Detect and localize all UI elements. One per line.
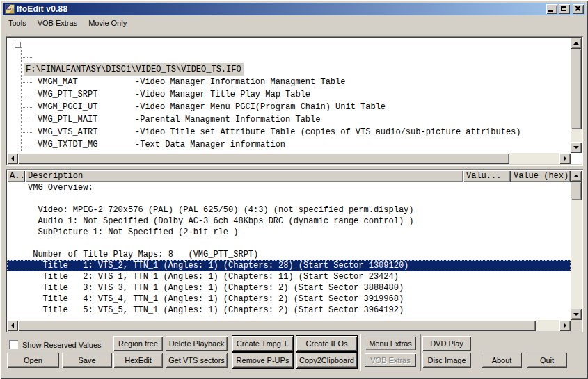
- quit-button[interactable]: Quit: [527, 353, 567, 368]
- create-tmpg-button[interactable]: Create Tmpg T.: [232, 336, 293, 351]
- arrow-up-icon: [573, 39, 579, 45]
- create-ifos-button[interactable]: Create IFOs: [296, 336, 357, 351]
- list-item[interactable]: Video: MPEG-2 720x576 (PAL) (PAL 625/50)…: [7, 204, 571, 216]
- dvd-play-button[interactable]: DVD Play: [422, 336, 471, 351]
- region-free-button[interactable]: Region free: [113, 336, 163, 351]
- list-body: VMG Overview: Video: MPEG-2 720x576 (PAL…: [7, 182, 571, 320]
- scroll-thumb[interactable]: [18, 153, 509, 164]
- show-reserved-values-checkbox[interactable]: [9, 340, 18, 349]
- minimize-button[interactable]: [546, 4, 557, 14]
- list-item[interactable]: Title 2: VTS_1, TTN_1 (Angles: 1) (Chapt…: [7, 271, 571, 282]
- arrow-right-icon: [564, 156, 569, 161]
- tree-vscrollbar[interactable]: [571, 38, 582, 153]
- tree-connector: [22, 132, 32, 133]
- tree-connector: [22, 70, 32, 70]
- list-item[interactable]: Number of Title Play Maps: 8 (VMG_PTT_SR…: [7, 249, 571, 260]
- remove-pups-button[interactable]: Remove P-UPs: [232, 353, 293, 368]
- tree-connector: [22, 82, 32, 83]
- arrow-down-icon: [573, 313, 579, 318]
- app-icon: IFO: [5, 4, 15, 14]
- list-item[interactable]: Title 4: VTS_4, TTN_1 (Angles: 1) (Chapt…: [7, 293, 571, 305]
- collapse-icon[interactable]: [15, 42, 21, 48]
- list-item[interactable]: Title 3: VTS_3, TTN_1 (Angles: 1) (Chapt…: [7, 282, 571, 293]
- tree-item[interactable]: VMGM_PGCI_UT-Video Manager Menu PGCI(Pro…: [7, 76, 571, 88]
- menu-bar: Tools VOB Extras Movie Only: [3, 16, 585, 29]
- get-vts-sectors-button[interactable]: Get VTS sectors: [166, 353, 228, 368]
- menu-extras-button[interactable]: Menu Extras: [365, 337, 416, 350]
- tree-item[interactable]: VMG_PTT_SRPT-Video Manager Title Play Ma…: [7, 63, 571, 76]
- maximize-icon: [561, 6, 566, 11]
- maximize-button[interactable]: [559, 4, 570, 14]
- scroll-down-button[interactable]: [571, 142, 582, 153]
- tree-connector: [22, 145, 32, 145]
- scroll-up-button[interactable]: [571, 38, 582, 49]
- arrow-left-icon: [8, 323, 14, 328]
- menu-vob-extras[interactable]: VOB Extras: [32, 17, 83, 29]
- about-button[interactable]: About: [482, 353, 522, 368]
- arrow-right-icon: [564, 323, 569, 328]
- ifo-tree-panel: F:\FINALFANTASY\DISC1\VIDEO_TS\VIDEO_TS.…: [6, 36, 583, 166]
- tree-item[interactable]: VMGM_C_ADT-VMGM Cell Address Table infor…: [7, 126, 571, 138]
- title-bar[interactable]: IFO IfoEdit v0.88: [3, 3, 585, 15]
- list-item[interactable]: Title 5: VTS_5, TTN_1 (Angles: 1) (Chapt…: [7, 305, 571, 316]
- window-title: IfoEdit v0.88: [17, 4, 545, 14]
- tree-connector: [22, 95, 32, 95]
- tree-root-node[interactable]: F:\FINALFANTASY\DISC1\VIDEO_TS\VIDEO_TS.…: [7, 38, 571, 51]
- arrow-left-icon: [8, 156, 14, 161]
- save-button[interactable]: Save: [62, 353, 112, 368]
- tree-hscrollbar[interactable]: [7, 153, 571, 164]
- list-item[interactable]: Audio 1: Not Specified (Dolby AC-3 6ch 4…: [7, 216, 571, 227]
- list-item[interactable]: SubPicture 1: Not Specified (2-bit rle ): [7, 227, 571, 238]
- list-item[interactable]: VMG Overview:: [7, 182, 571, 193]
- list-header: A.. Description Valu... Value (hex): [7, 170, 571, 182]
- minimize-icon: [548, 10, 553, 12]
- vob-extras-button: VOB Extras: [365, 353, 416, 367]
- menu-movie-only[interactable]: Movie Only: [83, 17, 132, 29]
- list-item[interactable]: [7, 193, 571, 204]
- column-header-description[interactable]: Description: [25, 170, 463, 182]
- scroll-down-button[interactable]: [571, 309, 582, 320]
- app-window: IFO IfoEdit v0.88 Tools VOB Extras Movie…: [0, 0, 588, 379]
- list-vscrollbar[interactable]: [571, 170, 582, 320]
- open-button[interactable]: Open: [7, 353, 59, 368]
- show-reserved-values-label: Show Reserved Values: [22, 341, 102, 349]
- scroll-left-button[interactable]: [7, 153, 18, 164]
- hexedit-button[interactable]: HexEdit: [113, 353, 163, 368]
- column-header-value-hex[interactable]: Value (hex): [511, 170, 571, 182]
- scroll-thumb[interactable]: [571, 49, 582, 129]
- close-button[interactable]: [573, 4, 584, 14]
- column-header-a[interactable]: A..: [7, 170, 25, 182]
- tree-item[interactable]: VMG_PTL_MAIT-Parental Managment Informat…: [7, 88, 571, 101]
- ifo-tree: F:\FINALFANTASY\DISC1\VIDEO_TS\VIDEO_TS.…: [7, 38, 571, 153]
- tree-item[interactable]: VMG_VTS_ATRT-Video Title set Attribute T…: [7, 101, 571, 113]
- detail-list-panel: A.. Description Valu... Value (hex) VMG …: [6, 169, 583, 332]
- tree-item[interactable]: VMG_TXTDT_MG-Text Data Manager informati…: [7, 113, 571, 126]
- disc-image-button[interactable]: Disc Image: [422, 353, 471, 368]
- arrow-down-icon: [573, 146, 579, 152]
- arrow-up-icon: [573, 172, 579, 177]
- tree-connector: [22, 57, 32, 58]
- scroll-thumb[interactable]: [571, 182, 582, 200]
- scroll-thumb[interactable]: [18, 320, 536, 331]
- tree-item[interactable]: VMGM_MAT-Video Manager Information Manag…: [7, 51, 571, 63]
- tree-connector: [22, 120, 32, 120]
- list-item-selected[interactable]: Title 1: VTS_2, TTN_1 (Angles: 1) (Chapt…: [7, 260, 571, 271]
- tree-connector: [22, 107, 32, 108]
- list-item[interactable]: [7, 238, 571, 249]
- scroll-up-button[interactable]: [571, 170, 582, 182]
- copy2clipboard-button[interactable]: Copy2Clipboard: [296, 353, 357, 368]
- delete-playback-button[interactable]: Delete Playback: [166, 336, 228, 351]
- scroll-left-button[interactable]: [7, 320, 18, 331]
- menu-tools[interactable]: Tools: [3, 17, 32, 29]
- list-hscrollbar[interactable]: [7, 320, 571, 331]
- scroll-right-button[interactable]: [559, 320, 571, 331]
- column-header-value[interactable]: Valu...: [463, 170, 511, 182]
- scroll-right-button[interactable]: [559, 153, 571, 164]
